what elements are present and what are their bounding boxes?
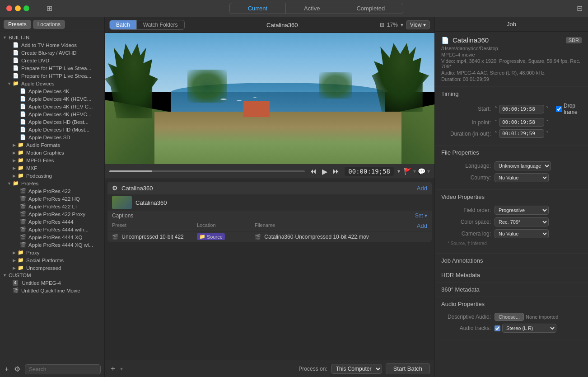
audio-track-checkbox[interactable]	[495, 325, 500, 331]
hdr-metadata-header[interactable]: HDR Metadata	[435, 268, 588, 282]
sidebar-item-podcasting[interactable]: ▶ 📁 Podcasting	[0, 172, 104, 179]
country-select[interactable]: No Value	[495, 173, 549, 182]
sidebar-item-proxy[interactable]: ▶ 📁 Proxy	[0, 249, 104, 256]
start-value: ˄ ˅	[495, 105, 549, 113]
sidebar-tab-locations[interactable]: Locations	[33, 20, 65, 29]
timeline-track[interactable]	[109, 170, 305, 172]
sidebar-item-bluray[interactable]: 📄 Create Blu-ray / AVCHD	[0, 49, 104, 57]
sidebar-item-prores-4444-xq[interactable]: 🎬 Apple ProRes 4444 XQ	[0, 233, 104, 241]
folder-icon: 📁	[18, 257, 24, 263]
sidebar-item-motion-graphics[interactable]: ▶ 📁 Motion Graphics	[0, 149, 104, 156]
sidebar-item-social[interactable]: ▶ 📁 Social Platforms	[0, 256, 104, 264]
folder-icon: 📁	[18, 250, 24, 255]
sidebar-item-untitled-qt[interactable]: 🎬 Untitled QuickTime Movie	[0, 287, 104, 294]
process-select[interactable]: This Computer	[331, 364, 382, 374]
duration-input[interactable]	[499, 129, 544, 138]
close-button[interactable]	[6, 5, 12, 11]
language-row: Language: Unknown language	[441, 161, 582, 170]
video-file-icon: 🎬	[20, 196, 26, 202]
caption-button[interactable]: 💬	[418, 168, 425, 175]
add-preset-button[interactable]: +	[4, 364, 9, 374]
sidebar-item-prores-422-proxy[interactable]: 🎬 Apple ProRes 422 Proxy	[0, 210, 104, 218]
sidebar-item-apple-hd-best[interactable]: 📄 Apple Devices HD (Best...	[0, 118, 104, 126]
sidebar-item-apple-4k-hevc2[interactable]: 📄 Apple Devices 4K (HEV C...	[0, 103, 104, 110]
tab-watch-folders[interactable]: Watch Folders	[137, 20, 184, 29]
timing-header[interactable]: Timing	[435, 87, 588, 101]
sidebar-item-prores[interactable]: ▼ 📁 ProRes	[0, 179, 104, 187]
start-row: Start: ˄ ˅ Drop frame	[441, 103, 582, 115]
sidebar-tree: ▼ BUILT-IN 📄 Add to TV Home Videos 📄 Cre…	[0, 32, 104, 361]
sidebar-tab-presets[interactable]: Presets	[4, 20, 31, 29]
in-point-input[interactable]	[499, 118, 544, 127]
sidebar-item-http1[interactable]: 📄 Prepare for HTTP Live Strea...	[0, 64, 104, 72]
minimize-button[interactable]	[15, 5, 21, 11]
sidebar-item-prores-422-lt[interactable]: 🎬 Apple ProRes 422 LT	[0, 203, 104, 210]
drop-frame-label: Drop frame	[564, 103, 582, 115]
output-add-button[interactable]: Add	[417, 222, 427, 229]
sidebar-item-apple-devices[interactable]: ▼ 📁 Apple Devices	[0, 80, 104, 87]
camera-log-select[interactable]: No Value	[495, 229, 549, 238]
choose-button[interactable]: Choose...	[495, 313, 524, 321]
sidebar-item-untitled-mpeg4[interactable]: 4 Untitled MPEG-4	[0, 279, 104, 287]
layout-icon[interactable]: ⊞	[47, 4, 52, 13]
sidebar-item-apple-4k[interactable]: 📄 Apple Devices 4K	[0, 87, 104, 95]
tab-completed[interactable]: Completed	[338, 3, 403, 14]
video-file-icon: 🎬	[20, 226, 26, 232]
sidebar-item-prores-422[interactable]: 🎬 Apple ProRes 422	[0, 187, 104, 195]
flag-button[interactable]: 🚩	[404, 168, 411, 175]
sidebar-item-apple-4k-hevc1[interactable]: 📄 Apple Devices 4K (HEVC...	[0, 95, 104, 103]
sidebar-item-apple-hd-most[interactable]: 📄 Apple Devices HD (Most...	[0, 126, 104, 133]
field-order-select[interactable]: Progressive	[495, 206, 549, 215]
add-job-button[interactable]: ＋	[109, 364, 117, 373]
chevron-down-icon: ▾	[397, 168, 400, 174]
language-select[interactable]: Unknown language	[495, 161, 551, 170]
sidebar-item-prores-4444-with[interactable]: 🎬 Apple ProRes 4444 with...	[0, 226, 104, 233]
filename-icon: 🎬	[255, 234, 261, 240]
tab-active[interactable]: Active	[286, 3, 338, 14]
tab-batch[interactable]: Batch	[110, 20, 137, 29]
drop-frame-checkbox[interactable]	[556, 106, 562, 112]
sidebar-section-builtin[interactable]: ▼ BUILT-IN	[0, 34, 104, 41]
audio-properties-header[interactable]: Audio Properties	[435, 297, 588, 311]
chevron-right-icon: ▶	[13, 143, 16, 147]
view-button[interactable]: View ▾	[406, 20, 430, 29]
settings-button[interactable]: ⚙	[13, 364, 21, 374]
video-properties-header[interactable]: Video Properties	[435, 190, 588, 204]
play-button[interactable]: ▶	[321, 167, 328, 176]
search-input[interactable]	[25, 364, 101, 374]
color-space-select[interactable]: Rec. 709*	[495, 217, 549, 226]
sidebar-item-uncompressed[interactable]: ▶ 📁 Uncompressed	[0, 264, 104, 272]
file-properties-header[interactable]: File Properties	[435, 146, 588, 160]
sidebar-section-custom[interactable]: ▼ CUSTOM	[0, 272, 104, 279]
fullscreen-button[interactable]	[23, 5, 29, 11]
tab-current[interactable]: Current	[230, 3, 286, 14]
sidebar-item-label: Add to TV Home Videos	[21, 42, 77, 48]
job-annotations-header[interactable]: Job Annotations	[435, 254, 588, 268]
sidebar-item-label: Social Platforms	[26, 258, 64, 263]
center-panel: Batch Watch Folders Catalina360 ⊞ 17% ▾ …	[105, 17, 434, 377]
audio-properties-content: Descriptive Audio: Choose... None import…	[435, 311, 588, 340]
sidebar-item-http2[interactable]: 📄 Prepare for HTTP Live Strea...	[0, 72, 104, 80]
start-down-icon: ˅	[546, 106, 549, 112]
grid-icon[interactable]: ⊟	[577, 4, 583, 13]
sidebar-item-apple-4k-hevc3[interactable]: 📄 Apple Devices 4K (HEVC...	[0, 110, 104, 118]
sidebar-item-mpeg-files[interactable]: ▶ 📁 MPEG Files	[0, 156, 104, 164]
next-button[interactable]: ⏭	[332, 167, 341, 175]
sidebar-item-prores-4444[interactable]: 🎬 Apple ProRes 4444	[0, 218, 104, 226]
sidebar-item-prores-4444-xq-wi[interactable]: 🎬 Apple ProRes 4444 XQ wi...	[0, 241, 104, 249]
audio-track-select[interactable]: Stereo (L R)	[502, 324, 556, 333]
start-input[interactable]	[499, 105, 544, 113]
sidebar-item-prores-422-hq[interactable]: 🎬 Apple ProRes 422 HQ	[0, 195, 104, 203]
sidebar-item-mxf[interactable]: ▶ 📁 MXF	[0, 164, 104, 172]
sidebar-item-apple-sd[interactable]: 📄 Apple Devices SD	[0, 133, 104, 141]
start-batch-button[interactable]: Start Batch	[386, 363, 430, 374]
set-captions-button[interactable]: Set ▾	[415, 212, 427, 219]
chevron-down-icon: ▼	[7, 81, 11, 86]
sidebar-item-dvd[interactable]: 📄 Create DVD	[0, 57, 104, 64]
threesixty-metadata-header[interactable]: 360° Metadata	[435, 283, 588, 297]
sidebar-item-add-tv[interactable]: 📄 Add to TV Home Videos	[0, 41, 104, 49]
job-add-button[interactable]: Add	[417, 185, 427, 192]
sidebar-item-label: Apple ProRes 422 Proxy	[28, 212, 85, 217]
prev-button[interactable]: ⏮	[308, 167, 317, 175]
sidebar-item-audio-formats[interactable]: ▶ 📁 Audio Formats	[0, 141, 104, 149]
